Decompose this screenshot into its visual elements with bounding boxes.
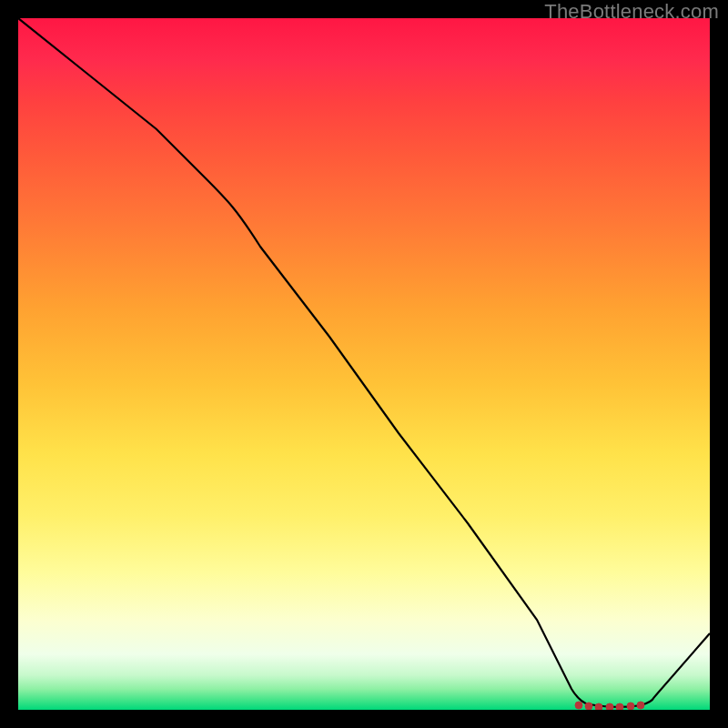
gradient-plot-area	[18, 18, 710, 710]
chart-frame: TheBottleneck.com	[0, 0, 728, 728]
